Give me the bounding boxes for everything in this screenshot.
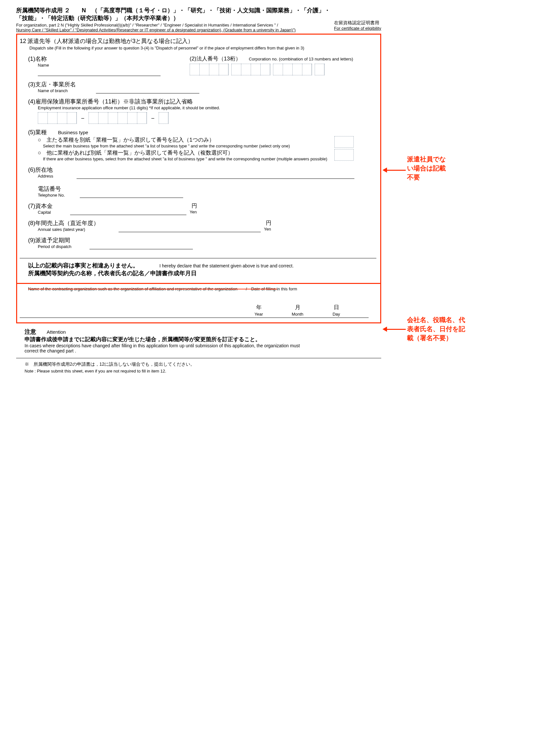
- header-en2: Nursing Care / "Skilled Labor" / "Design…: [16, 27, 381, 32]
- address-input[interactable]: [77, 172, 354, 179]
- item-7-capital: (7)資本金 Capital 円 Yen: [28, 202, 376, 215]
- footer-divider: [16, 358, 381, 358]
- item8-label-jp: (8)年間売上高（直近年度）: [28, 219, 99, 227]
- item-4-insurance-no: (4)雇用保険適用事業所番号（11桁）※非該当事業所は記入省略 Employme…: [28, 98, 376, 124]
- day-en: Day: [332, 312, 340, 316]
- item5-label-jp: (5)業種: [28, 128, 47, 136]
- capital-input[interactable]: [70, 208, 187, 215]
- annotation-arrow-2: [383, 327, 406, 332]
- date-row[interactable]: 年 Year 月 Month 日 Day: [20, 304, 369, 318]
- annotation-dispatch-note: 派遣社員でな い場合は記載 不要: [407, 154, 446, 182]
- item-6-address: (6)所在地 Address: [28, 166, 376, 178]
- yen-label-en-2: Yen: [264, 227, 271, 231]
- section-title-en: Dispatch site (Fill in the following if …: [29, 45, 376, 50]
- anno2-l3: 載（署名不要）: [407, 333, 465, 342]
- name-input[interactable]: [38, 69, 161, 76]
- month-cell[interactable]: 月 Month: [278, 304, 317, 317]
- item2-label-en: Corporation no. (combination of 13 numbe…: [249, 57, 353, 62]
- year-cell[interactable]: 年 Year: [240, 304, 278, 317]
- attention-body-en2: correct the changed part .: [25, 348, 381, 353]
- header-right: 在留資格認定証明書用 For certificate of eligibilit…: [334, 20, 381, 31]
- footnote-en: Note : Please submit this sheet, even if…: [25, 369, 381, 373]
- year-en: Year: [255, 312, 263, 316]
- highlight-box-dispatch-section: 12 派遣先等（人材派遣の場合又は勤務地が3と異なる場合に記入） Dispatc…: [16, 34, 381, 284]
- yen-label-en: Yen: [190, 209, 197, 214]
- item1-label-jp: (1)名称: [28, 55, 47, 63]
- item3-label-jp: (3)支店・事業所名: [28, 81, 76, 88]
- item3-label-en: Name of branch: [38, 88, 376, 93]
- yen-label-jp-2: 円: [266, 220, 271, 226]
- attention-header: 注意 Attention: [25, 328, 381, 336]
- anno1-l1: 派遣社員でな: [407, 154, 446, 164]
- header-right-en: For certificate of eligibility: [334, 26, 381, 31]
- item7-label-jp: (7)資本金: [28, 202, 53, 210]
- header: 所属機関等作成用 ２ N （「高度専門職（１号イ・ロ）」・「研究」・「技術・人文…: [16, 7, 381, 32]
- form-page: 所属機関等作成用 ２ N （「高度専門職（１号イ・ロ）」・「研究」・「技術・人文…: [16, 7, 381, 373]
- insurance-number-boxes[interactable]: － －: [38, 112, 376, 124]
- anno1-l2: い場合は記載: [407, 164, 446, 173]
- declaration-jp: 以上の記載内容は事実と相違ありません。: [28, 261, 139, 269]
- item6b-label-jp: 電話番号: [38, 185, 61, 193]
- annotation-arrow-1: [383, 168, 406, 173]
- day-cell[interactable]: 日 Day: [317, 304, 356, 317]
- item5a-jp: ○ 主たる業種を別紙「業種一覧」から選択して番号を記入（1つのみ）: [38, 136, 376, 144]
- section-12-header: 12 派遣先等（人材派遣の場合又は勤務地が3と異なる場合に記入） Dispatc…: [20, 37, 376, 50]
- business-type-other-box[interactable]: [334, 149, 354, 161]
- item9-label-jp: (9)派遣予定期間: [28, 236, 70, 244]
- dispatch-period-input[interactable]: [89, 242, 193, 249]
- item-3-branch: (3)支店・事業所名 Name of branch: [28, 81, 376, 93]
- item5b-jp: ○ 他に業種があれば別紙「業種一覧」から選択して番号を記入（複数選択可）: [38, 149, 376, 156]
- section-divider: [20, 258, 376, 258]
- item-5-business-type: (5)業種 Business type ○ 主たる業種を別紙「業種一覧」から選択…: [28, 128, 376, 161]
- strike-line: [28, 289, 277, 289]
- footnote-jp: ※ 所属機関等作成用2の申請書は，12に該当しない場合でも，提出してください。: [25, 362, 381, 367]
- attention-body-jp: 申請書作成後申請までに記載内容に変更が生じた場合，所属機関等が変更箇所を訂正する…: [25, 336, 381, 343]
- corp-number-boxes[interactable]: [190, 64, 376, 75]
- declaration-line1: 以上の記載内容は事実と相違ありません。 I hereby declare tha…: [28, 261, 376, 269]
- telephone-input[interactable]: [80, 191, 183, 198]
- header-en1: For organization, part 2 N ("Highly Skil…: [16, 23, 381, 27]
- branch-input[interactable]: [96, 86, 199, 94]
- highlight-box-signature-section: Name of the contracting organization suc…: [16, 284, 381, 323]
- month-en: Month: [292, 312, 303, 316]
- item1-label-en: Name: [38, 63, 190, 68]
- item4-label-jp: (4)雇用保険適用事業所番号（11桁）※非該当事業所は記入省略: [28, 98, 193, 105]
- month-jp: 月: [295, 304, 300, 310]
- declaration-line2-jp: 所属機関等契約先の名称，代表者氏名の記名／申請書作成年月日: [28, 269, 376, 277]
- attention-label-en: Attention: [46, 329, 65, 335]
- anno2-l2: 表者氏名、日付を記: [407, 324, 465, 333]
- header-right-jp: 在留資格認定証明書用: [334, 20, 381, 26]
- yen-label-jp: 円: [191, 203, 197, 209]
- item-9-dispatch-period: (9)派遣予定期間 Period of dispatch: [28, 236, 376, 249]
- annotation-signature-note: 会社名、役職名、代 表者氏名、日付を記 載（署名不要）: [407, 315, 465, 342]
- section-title-jp: 派遣先等（人材派遣の場合又は勤務地が3と異なる場合に記入）: [27, 38, 193, 44]
- item5-label-en: Business type: [58, 130, 88, 135]
- section-number: 12: [20, 38, 26, 44]
- attention-label-jp: 注意: [25, 328, 36, 336]
- item-6b-telephone: 電話番号 Telephone No.: [38, 185, 376, 198]
- anno1-l3: 不要: [407, 173, 446, 182]
- year-jp: 年: [256, 304, 262, 310]
- header-line1-jp: 所属機関等作成用 ２ N （「高度専門職（１号イ・ロ）」・「研究」・「技術・人文…: [16, 7, 381, 14]
- item5b-en: If there are other business types, selec…: [43, 156, 376, 161]
- item2-label-jp: (2)法人番号（13桁）: [190, 56, 241, 62]
- day-jp: 日: [334, 304, 339, 310]
- attention-body-en1: In cases where descriptions have changed…: [25, 343, 381, 348]
- header-line2-jp: 「技能」・「特定活動（研究活動等）」（本邦大学卒業者））: [16, 14, 381, 22]
- item-1-name: (1)名称 Name (2)法人番号（13桁） Corporation no. …: [28, 55, 376, 76]
- item-8-annual-sales: (8)年間売上高（直近年度） Annual sales (latest year…: [28, 219, 376, 232]
- annual-sales-input[interactable]: [118, 225, 261, 232]
- item4-label-en: Employment insurance application office …: [38, 105, 376, 110]
- declaration-en: I hereby declare that the statement give…: [159, 263, 294, 268]
- item5a-en: Select the main business type from the a…: [43, 144, 376, 148]
- item6-label-jp: (6)所在地: [28, 166, 53, 174]
- item9-label-en: Period of dispatch: [38, 244, 376, 249]
- anno2-l1: 会社名、役職名、代: [407, 315, 465, 324]
- business-type-main-box[interactable]: [334, 136, 354, 148]
